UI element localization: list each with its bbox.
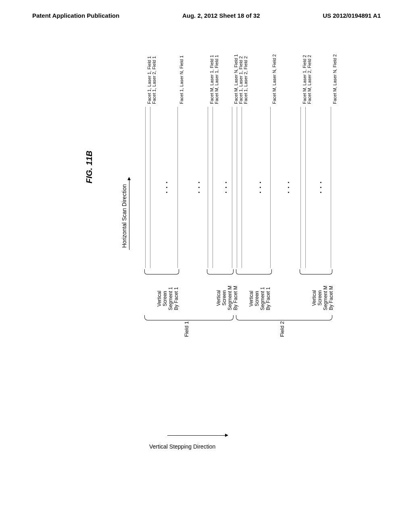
horizontal-arrow-icon — [129, 177, 129, 250]
scan-line-label: Facet 1, Laser 1, Field 2 — [238, 56, 243, 104]
scan-line-label: Facet 1, Laser 1, Field 1 — [147, 56, 152, 104]
scan-line — [150, 107, 150, 268]
field-label: Field 2 — [279, 321, 285, 337]
header-patent-number: US 2012/0194891 A1 — [323, 12, 381, 19]
field-bracket — [236, 315, 332, 320]
scan-line — [270, 107, 271, 268]
ellipsis-icon: • • • — [286, 181, 291, 193]
header-publication: Patent Application Publication — [32, 12, 119, 19]
scan-line-label: Facet 1, Laser 2, Field 2 — [243, 56, 248, 104]
figure-title: FIG. 11B — [85, 151, 94, 183]
scan-line-label: Facet M, Laser N, Field 2 — [332, 54, 337, 104]
scan-line — [331, 107, 331, 268]
scan-line — [232, 107, 232, 268]
ellipsis-icon: • • • — [224, 181, 228, 193]
segment-bracket — [236, 269, 272, 274]
scan-line-label: Facet 1, Laser 2, Field 1 — [152, 56, 156, 104]
ellipsis-icon: • • • — [197, 181, 201, 193]
segment-bracket — [300, 269, 332, 274]
field-label: Field 1 — [184, 321, 190, 337]
vertical-stepping-label: Vertical Stepping Direction — [149, 443, 215, 450]
horizontal-scan-label: Horizontal Scan Direction — [121, 184, 127, 248]
vertical-stepping-arrow — [167, 435, 228, 436]
scan-line-label: Facet M, Laser 1, Field 1 — [209, 55, 214, 104]
segment-label: VerticalScreenSegment MBy Facet M — [311, 286, 334, 310]
scan-line-label: Facet M, Laser 1, Field 1 — [214, 55, 219, 104]
scan-line — [177, 107, 178, 268]
segment-label: VerticalScreenSegment 1By Facet 1 — [248, 287, 271, 310]
ellipsis-icon: • • • — [165, 181, 169, 193]
scan-line — [208, 107, 208, 268]
scan-line-label: Facet M, Laser 1, Field 2 — [302, 55, 307, 104]
header-date-sheet: Aug. 2, 2012 Sheet 18 of 32 — [182, 12, 260, 19]
segment-bracket — [144, 269, 179, 274]
scan-line — [300, 107, 301, 268]
scan-line-label: Facet M, Laser 2, Field 2 — [307, 55, 312, 104]
scan-line — [145, 107, 146, 268]
ellipsis-icon: • • • — [258, 181, 263, 193]
scan-line-label: Facet M, Laser N, Field 2 — [272, 54, 277, 104]
scan-line — [213, 107, 213, 268]
page-header: Patent Application Publication Aug. 2, 2… — [0, 0, 413, 23]
scan-line — [305, 107, 306, 268]
scan-line-label: Facet M, Laser N, Field 1 — [234, 54, 238, 104]
segment-label: VerticalScreenSegment 1By Facet 1 — [156, 287, 179, 310]
scan-line-label: Facet 1, Laser N, Field 1 — [179, 56, 184, 104]
ellipsis-icon: • • • — [319, 181, 323, 193]
scan-line — [242, 107, 242, 268]
figure-container: FIG. 11B Horizontal Scan Direction Facet… — [56, 81, 359, 435]
segment-label: VerticalScreenSegment MBy Facet M — [216, 286, 238, 310]
scan-line — [237, 107, 237, 268]
field-bracket — [144, 315, 234, 320]
segment-bracket — [207, 269, 234, 274]
